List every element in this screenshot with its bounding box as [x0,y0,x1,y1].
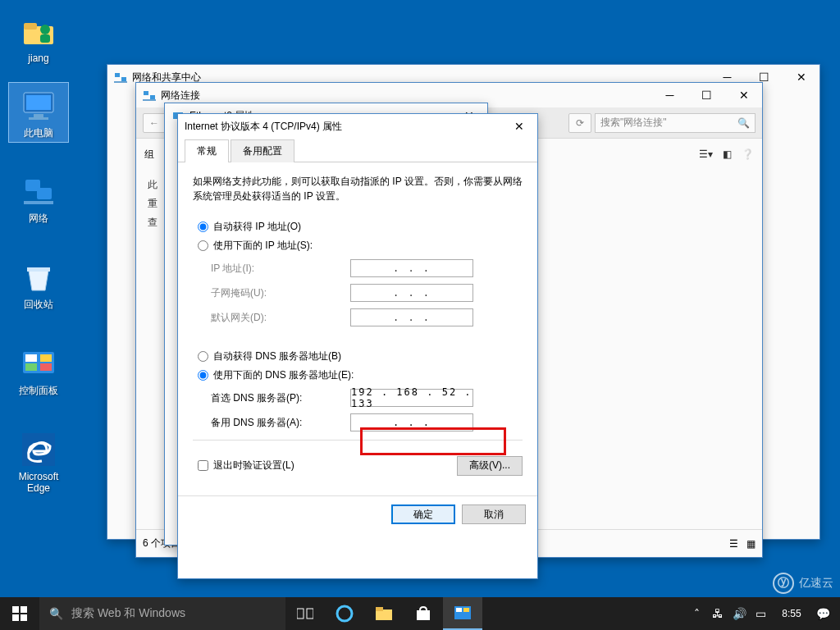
svg-rect-33 [376,607,383,611]
input-ip-address: . . . [350,259,473,277]
network-center-icon [114,71,127,84]
view-icon[interactable]: ☰▾ [699,148,713,160]
search-icon: 🔍 [49,607,63,620]
svg-rect-15 [25,363,37,371]
radio-ip-auto[interactable]: 自动获得 IP 地址(O) [198,220,518,234]
view-tiles-icon[interactable]: ▦ [746,538,756,550]
tray-ime-icon[interactable]: ▭ [750,607,771,620]
svg-rect-16 [40,363,52,371]
close-button[interactable]: ✕ [783,65,819,89]
svg-rect-5 [26,95,51,110]
svg-rect-14 [40,354,52,362]
svg-rect-3 [40,34,50,43]
svg-point-2 [40,25,50,34]
radio-dns-manual[interactable]: 使用下面的 DNS 服务器地址(E): [198,368,518,382]
control-panel-icon [19,344,58,383]
label-default-gateway: 默认网关(D): [211,311,350,325]
network-connections-icon [143,89,156,102]
minimize-button[interactable]: ─ [651,83,688,107]
cancel-button[interactable]: 取消 [462,504,526,524]
preview-icon[interactable]: ◧ [723,148,732,160]
help-icon[interactable]: ❔ [742,148,754,160]
tray-volume-icon[interactable]: 🔊 [728,607,750,620]
desktop-icon-user[interactable]: jiang [8,8,69,67]
input-preferred-dns[interactable]: 192 . 168 . 52 . 133 [350,389,473,407]
desktop-icon-recycle-bin[interactable]: 回收站 [8,254,69,313]
svg-rect-36 [456,608,462,612]
taskbar-edge[interactable] [325,597,364,630]
taskbar-search[interactable]: 🔍 搜索 Web 和 Windows [39,597,285,630]
taskbar-control-panel[interactable] [443,597,482,630]
tab-general[interactable]: 常规 [185,139,229,162]
desktop-icon-network[interactable]: 网络 [8,168,69,227]
advanced-button[interactable]: 高级(V)... [457,456,523,476]
start-button[interactable] [0,597,39,630]
task-view-button[interactable] [285,597,325,630]
label-alternate-dns: 备用 DNS 服务器(A): [211,416,350,430]
dialog-title: Internet 协议版本 4 (TCP/IPv4) 属性 [185,120,500,134]
search-input[interactable]: 搜索"网络连接" 🔍 [595,113,756,133]
label-subnet-mask: 子网掩码(U): [211,286,350,300]
search-icon: 🔍 [737,117,750,129]
window-title: 网络连接 [161,89,651,103]
close-button[interactable]: ✕ [500,114,537,139]
edge-icon [19,430,58,469]
svg-rect-18 [115,73,120,77]
desktop-icon-edge[interactable]: Microsoft Edge [8,427,69,497]
ok-button[interactable]: 确定 [391,504,455,524]
taskbar-store[interactable] [404,597,443,630]
svg-rect-37 [463,608,469,612]
tray-up-icon[interactable]: ˄ [686,607,707,620]
radio-dns-auto[interactable]: 自动获得 DNS 服务器地址(B) [198,349,518,363]
cmd-organize[interactable]: 组 [144,148,154,162]
highlight-box [360,427,506,455]
checkbox-validate-on-exit[interactable]: 退出时验证设置(L) [198,459,294,472]
svg-rect-19 [121,77,126,81]
svg-rect-23 [143,99,156,101]
taskbar-explorer[interactable] [364,597,404,630]
svg-rect-27 [12,614,19,621]
description-text: 如果网络支持此功能，则可以获取自动指派的 IP 设置。否则，你需要从网络系统管理… [193,174,523,203]
svg-rect-22 [150,95,155,99]
watermark: ⓨ 亿速云 [773,573,833,594]
close-button[interactable]: ✕ [725,83,762,107]
input-default-gateway: . . . [350,308,473,326]
dialog-ipv4-properties[interactable]: Internet 协议版本 4 (TCP/IPv4) 属性 ✕ 常规 备用配置 … [177,113,538,579]
svg-rect-1 [24,23,37,30]
svg-rect-21 [144,91,148,95]
svg-rect-9 [37,188,52,199]
taskbar[interactable]: 🔍 搜索 Web 和 Windows ˄ 🖧 🔊 ▭ 8:55 💬 [0,597,840,630]
label-preferred-dns: 首选 DNS 服务器(P): [211,391,350,405]
desktop-icon-control-panel[interactable]: 控制面板 [8,340,69,399]
search-placeholder: 搜索"网络连接" [600,116,667,130]
svg-rect-29 [297,609,304,619]
svg-rect-28 [21,614,27,621]
this-pc-icon [19,86,58,126]
nav-refresh-button[interactable]: ⟳ [568,113,591,133]
svg-rect-10 [24,201,53,204]
svg-rect-11 [27,267,50,272]
svg-point-31 [337,606,352,621]
network-icon [19,171,58,211]
maximize-button[interactable]: ☐ [688,83,725,107]
tab-alternate[interactable]: 备用配置 [231,139,294,162]
svg-rect-30 [307,609,313,619]
svg-rect-13 [25,354,37,362]
radio-ip-manual[interactable]: 使用下面的 IP 地址(S): [198,239,518,253]
svg-rect-6 [34,114,43,117]
tray-notifications-icon[interactable]: 💬 [812,607,833,620]
tray-network-icon[interactable]: 🖧 [707,607,728,620]
svg-rect-7 [29,117,48,120]
search-placeholder: 搜索 Web 和 Windows [71,606,185,621]
view-details-icon[interactable]: ☰ [729,538,738,550]
recycle-bin-icon [19,258,58,297]
input-subnet-mask: . . . [350,284,473,302]
tray-clock[interactable]: 8:55 [771,609,812,619]
svg-rect-20 [114,81,127,83]
svg-rect-34 [417,610,430,620]
svg-rect-25 [12,606,19,613]
label-ip-address: IP 地址(I): [211,262,350,276]
nav-back-button[interactable]: ← [143,113,166,133]
user-folder-icon [19,11,58,51]
desktop-icon-this-pc[interactable]: 此电脑 [8,82,69,143]
